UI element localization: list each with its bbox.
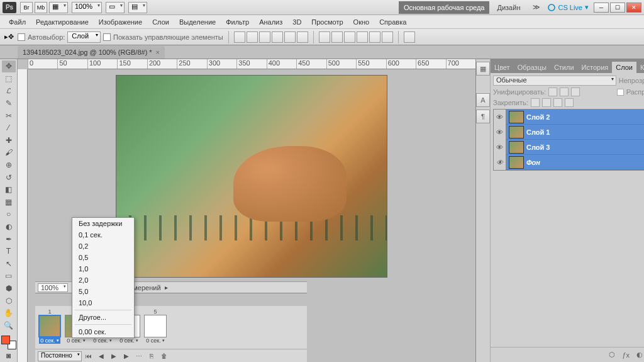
workspace-design[interactable]: Дизайн xyxy=(492,1,525,14)
delay-option-20[interactable]: 2,0 xyxy=(72,274,134,286)
dist-6-icon[interactable] xyxy=(382,31,393,43)
align-vcenter-icon[interactable] xyxy=(247,31,258,43)
next-frame-button[interactable]: ▶ xyxy=(121,351,132,361)
delay-option-05[interactable]: 0,5 xyxy=(72,252,134,263)
delay-option-other[interactable]: Другое... xyxy=(72,312,134,323)
dodge-tool[interactable]: ◐ xyxy=(2,221,16,233)
type-tool[interactable]: T xyxy=(2,246,16,257)
loop-dropdown[interactable]: Постоянно xyxy=(38,351,82,361)
tab-layers[interactable]: Слои xyxy=(612,62,636,73)
quickmask-tool[interactable]: ◙ xyxy=(2,349,16,361)
lock-transparency-icon[interactable] xyxy=(531,98,540,107)
layer-name[interactable]: Слой 1 xyxy=(526,128,550,136)
delay-option-100[interactable]: 10,0 xyxy=(72,297,134,308)
view-arrange-dropdown[interactable]: ▦ xyxy=(49,2,68,13)
dist-2-icon[interactable] xyxy=(331,31,343,43)
gradient-tool[interactable]: ▦ xyxy=(2,196,16,208)
align-bottom-icon[interactable] xyxy=(259,31,270,43)
blur-tool[interactable]: ○ xyxy=(2,208,16,220)
shape-tool[interactable]: ▭ xyxy=(2,270,16,282)
autoselect-checkbox[interactable] xyxy=(18,33,25,41)
zoom-tool[interactable]: 🔍 xyxy=(2,319,16,331)
color-swatches[interactable] xyxy=(1,336,16,349)
3d-camera-tool[interactable]: ⬡ xyxy=(2,295,16,307)
character-panel-icon[interactable]: A xyxy=(476,93,490,107)
pen-tool[interactable]: ✒ xyxy=(2,233,16,245)
menu-analysis[interactable]: Анализ xyxy=(254,18,287,26)
duplicate-frame-button[interactable]: ⎘ xyxy=(146,351,157,361)
frame-1[interactable]: 1 0 сек. xyxy=(38,308,62,344)
close-button[interactable]: ✕ xyxy=(626,3,641,13)
tab-styles[interactable]: Стили xyxy=(550,62,578,73)
frame-5[interactable]: 5 0 сек. xyxy=(143,308,167,344)
menu-view[interactable]: Просмотр xyxy=(306,18,348,26)
delete-frame-button[interactable]: 🗑 xyxy=(158,351,170,361)
layer-name[interactable]: Слой 2 xyxy=(526,113,550,121)
dist-1-icon[interactable] xyxy=(319,31,330,43)
3d-tool[interactable]: ⬢ xyxy=(2,283,16,295)
visibility-toggle[interactable]: 👁 xyxy=(494,155,506,170)
autoselect-target-dropdown[interactable]: Слой xyxy=(67,31,101,43)
blend-mode-dropdown[interactable]: Обычные xyxy=(493,76,616,86)
minibridge-button[interactable]: Mb xyxy=(35,2,47,13)
align-left-icon[interactable] xyxy=(272,31,283,43)
unify-style-icon[interactable] xyxy=(571,88,580,96)
unify-visibility-icon[interactable] xyxy=(560,88,569,96)
align-right-icon[interactable] xyxy=(297,31,308,43)
fg-color-swatch[interactable] xyxy=(1,336,10,344)
workspace-more[interactable]: ≫ xyxy=(528,1,545,14)
lock-pixels-icon[interactable] xyxy=(542,98,551,107)
minimize-button[interactable]: ─ xyxy=(594,3,609,13)
minibridge-panel-icon[interactable]: ▦ xyxy=(476,62,490,76)
lock-position-icon[interactable] xyxy=(553,98,562,107)
layer-item[interactable]: 👁 Слой 1 xyxy=(494,125,644,140)
move-tool-preset[interactable]: ▸✥ xyxy=(3,31,15,43)
delay-option-10[interactable]: 1,0 xyxy=(72,263,134,274)
menu-image[interactable]: Изображение xyxy=(94,18,147,26)
dist-3-icon[interactable] xyxy=(344,31,355,43)
autoalign-icon[interactable] xyxy=(404,31,415,43)
layer-name[interactable]: Фон xyxy=(526,159,540,166)
hand-tool[interactable]: ✋ xyxy=(2,307,16,319)
stamp-tool[interactable]: ⊕ xyxy=(2,159,16,171)
align-top-icon[interactable] xyxy=(234,31,245,43)
menu-window[interactable]: Окно xyxy=(348,18,375,26)
delay-option-50[interactable]: 5,0 xyxy=(72,286,134,297)
close-tab-icon[interactable]: × xyxy=(156,49,160,56)
lock-all-icon[interactable] xyxy=(565,98,574,107)
frame-delay-dropdown[interactable]: 0 сек. xyxy=(93,337,111,344)
delay-option-none[interactable]: Без задержки xyxy=(72,218,134,229)
cslive-button[interactable]: CS Live ▾ xyxy=(548,3,589,11)
tab-color[interactable]: Цвет xyxy=(491,62,514,73)
eraser-tool[interactable]: ◧ xyxy=(2,184,16,196)
prev-frame-button[interactable]: ◀ xyxy=(96,351,107,361)
propagate-checkbox[interactable] xyxy=(617,89,624,96)
menu-3d[interactable]: 3D xyxy=(287,18,306,26)
maximize-button[interactable]: ☐ xyxy=(610,3,625,13)
workspace-essentials[interactable]: Основная рабочая среда xyxy=(399,1,490,14)
frame-delay-dropdown[interactable]: 0 сек. xyxy=(67,337,85,344)
link-layers-icon[interactable]: ⬡ xyxy=(606,350,618,360)
paragraph-panel-icon[interactable]: ¶ xyxy=(476,110,490,123)
visibility-toggle[interactable]: 👁 xyxy=(494,110,506,125)
quickselect-tool[interactable]: ✎ xyxy=(2,98,16,110)
unify-position-icon[interactable] xyxy=(548,88,557,96)
menu-layer[interactable]: Слои xyxy=(147,18,174,26)
layer-item[interactable]: 👁 Слой 3 xyxy=(494,140,644,155)
layer-item-background[interactable]: 👁 Фон 🔒 xyxy=(494,155,644,170)
document-tab[interactable]: 1394185023_024.jpg @ 100% (RGB/8#) * × xyxy=(18,46,165,59)
menu-select[interactable]: Выделение xyxy=(174,18,221,26)
path-select-tool[interactable]: ↖ xyxy=(2,258,16,270)
tab-swatches[interactable]: Образцы xyxy=(514,62,550,73)
tab-history[interactable]: История xyxy=(578,62,613,73)
bridge-button[interactable]: Br xyxy=(20,2,33,13)
eyedropper-tool[interactable]: ⁄ xyxy=(2,122,16,134)
delay-option-02[interactable]: 0,2 xyxy=(72,240,134,252)
menu-filter[interactable]: Фильтр xyxy=(221,18,254,26)
tween-button[interactable]: ⋯ xyxy=(133,351,145,361)
layer-style-icon[interactable]: ƒx xyxy=(620,350,631,360)
first-frame-button[interactable]: ⏮ xyxy=(83,351,94,361)
marquee-tool[interactable]: ⬚ xyxy=(2,73,16,85)
extras-dropdown[interactable]: ▤ xyxy=(128,2,147,13)
tab-paths[interactable]: Контуры xyxy=(636,62,644,73)
